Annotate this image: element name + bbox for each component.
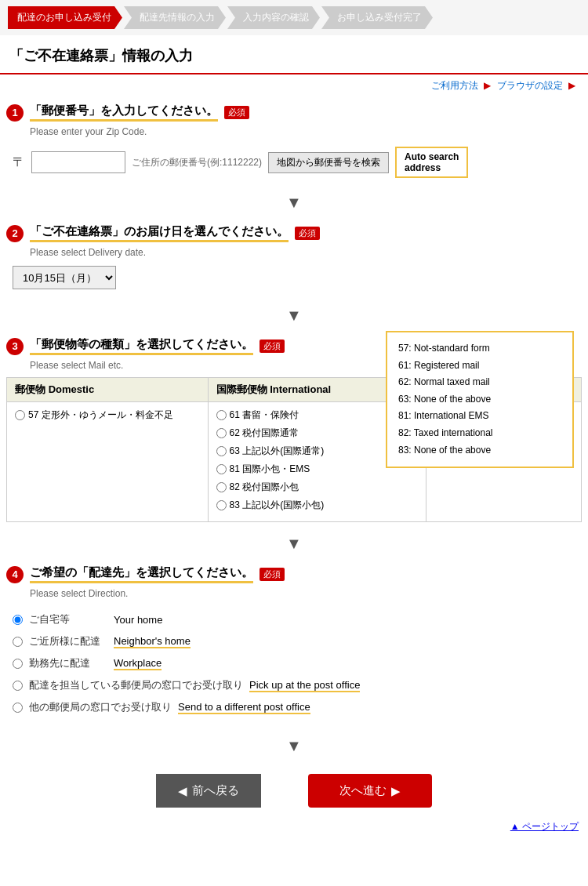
section2-title: 「ご不在連絡票」のお届け日を選んでください。 — [30, 224, 289, 242]
browser-settings-link[interactable]: ブラウザの設定 — [497, 80, 563, 91]
progress-bar: 配達のお申し込み受付 配達先情報の入力 入力内容の確認 お申し込み受付完了 — [0, 0, 588, 35]
zip-search-button[interactable]: 地図から郵便番号を検索 — [268, 152, 389, 173]
section4-title: ご希望の「配達先」を選択してください。 — [30, 565, 253, 583]
page-title: 「ご不在連絡票」情報の入力 — [0, 35, 588, 74]
direction-en-pickup: Pick up at the post office — [249, 679, 360, 692]
arrow3: ▼ — [0, 528, 588, 559]
intl-radio-82: 82 税付国際小包 — [216, 481, 419, 494]
direction-item-home: ご自宅等 Your home — [13, 608, 575, 630]
section1-num: 1 — [6, 104, 24, 122]
section-direction: 4 ご希望の「配達先」を選択してください。 必須 Please select D… — [6, 559, 582, 724]
radio-direction-workplace[interactable] — [13, 659, 23, 669]
domestic-options-cell: 57 定形外・ゆうメール・料金不足 — [7, 402, 209, 522]
auto-search-label: Auto searchaddress — [395, 147, 468, 178]
section1-subtitle: Please enter your Zip Code. — [6, 125, 582, 140]
zip-hint: ご住所の郵便番号(例:1112222) — [132, 156, 262, 169]
arrow4: ▼ — [0, 731, 588, 761]
section1-required: 必須 — [224, 106, 249, 119]
radio-direction-home[interactable] — [13, 615, 23, 625]
direction-jp-workplace: 勤務先に配達 — [29, 656, 107, 670]
radio-intl-81[interactable] — [216, 464, 227, 474]
intl-radio-83: 83 上記以外(国際小包) — [216, 499, 419, 512]
arrow1: ▼ — [0, 187, 588, 218]
next-label: 次へ進む — [339, 783, 387, 798]
progress-step-3: 入力内容の確認 — [227, 6, 320, 29]
direction-en-other-po: Send to a different post office — [178, 701, 310, 714]
direction-jp-pickup: 配達を担当している郵便局の窓口でお受け取り — [29, 678, 243, 692]
radio-intl-83[interactable] — [216, 500, 227, 510]
direction-options: ご自宅等 Your home ご近所様に配達 Neighbor's home 勤… — [6, 602, 582, 724]
back-arrow-icon: ◀ — [178, 784, 187, 798]
progress-step-4: お申し込み受付完了 — [321, 6, 433, 29]
section3-required: 必須 — [260, 340, 285, 353]
radio-intl-63[interactable] — [216, 446, 227, 456]
col-domestic-header: 郵便物 Domestic — [7, 378, 209, 402]
radio-intl-82[interactable] — [216, 482, 227, 492]
next-arrow-icon: ▶ — [391, 784, 401, 798]
radio-direction-pickup[interactable] — [13, 681, 23, 691]
section1-title: 「郵便番号」を入力してください。 — [30, 103, 218, 122]
section-zipcode: 1 「郵便番号」を入力してください。 必須 Please enter your … — [6, 97, 582, 181]
mail-type-tooltip: 57: Not-standard form 61: Registered mai… — [386, 331, 574, 468]
section3-num: 3 — [6, 338, 24, 355]
direction-jp-neighbor: ご近所様に配達 — [29, 634, 107, 648]
direction-jp-other-po: 他の郵便局の窓口でお受け取り — [29, 700, 172, 714]
radio-domestic-57[interactable] — [15, 410, 25, 420]
section-mail-type: 3 「郵便物等の種類」を選択してください。 必須 Please select M… — [6, 331, 582, 522]
section-delivery-date: 2 「ご不在連絡票」のお届け日を選んでください。 必須 Please selec… — [6, 218, 582, 294]
direction-en-workplace: Workplace — [114, 657, 162, 670]
direction-en-home: Your home — [114, 614, 162, 626]
zip-input[interactable] — [31, 151, 125, 173]
date-select[interactable]: 10月15日（月） — [13, 266, 116, 289]
zip-row: 〒 ご住所の郵便番号(例:1112222) 地図から郵便番号を検索 Auto s… — [6, 140, 582, 181]
section3-title: 「郵便物等の種類」を選択してください。 — [30, 337, 253, 355]
section4-required: 必須 — [260, 568, 285, 581]
progress-step-1: 配達のお申し込み受付 — [8, 6, 122, 29]
direction-item-other-po: 他の郵便局の窓口でお受け取り Send to a different post … — [13, 696, 575, 718]
progress-step-2: 配達先情報の入力 — [124, 6, 226, 29]
next-button[interactable]: 次へ進む ▶ — [308, 774, 432, 808]
radio-direction-neighbor[interactable] — [13, 637, 23, 647]
section2-required: 必須 — [295, 227, 320, 240]
section4-num: 4 — [6, 566, 24, 583]
direction-jp-home: ご自宅等 — [29, 612, 107, 626]
direction-en-neighbor: Neighbor's home — [114, 635, 191, 648]
section2-num: 2 — [6, 225, 24, 242]
usage-link[interactable]: ご利用方法 — [431, 80, 478, 91]
page-top-link[interactable]: ▲ ページトップ — [0, 815, 588, 838]
radio-intl-62[interactable] — [216, 428, 227, 438]
page-top-anchor[interactable]: ▲ ページトップ — [510, 821, 579, 832]
direction-item-pickup: 配達を担当している郵便局の窓口でお受け取り Pick up at the pos… — [13, 674, 575, 696]
utility-links: ご利用方法 ▶ ブラウザの設定 ▶ — [0, 74, 588, 97]
arrow2: ▼ — [0, 300, 588, 331]
back-label: 前へ戻る — [192, 783, 239, 798]
radio-intl-61[interactable] — [216, 410, 227, 420]
section4-subtitle: Please select Direction. — [6, 586, 582, 602]
direction-item-workplace: 勤務先に配達 Workplace — [13, 652, 575, 674]
bottom-nav: ◀ 前へ戻る 次へ進む ▶ — [0, 761, 588, 815]
direction-item-neighbor: ご近所様に配達 Neighbor's home — [13, 630, 575, 652]
zip-prefix: 〒 — [13, 154, 25, 171]
domestic-57-label: 57 定形外・ゆうメール・料金不足 — [28, 409, 173, 422]
section2-subtitle: Please select Delivery date. — [6, 245, 582, 261]
radio-direction-other-po[interactable] — [13, 703, 23, 713]
back-button[interactable]: ◀ 前へ戻る — [156, 774, 261, 808]
